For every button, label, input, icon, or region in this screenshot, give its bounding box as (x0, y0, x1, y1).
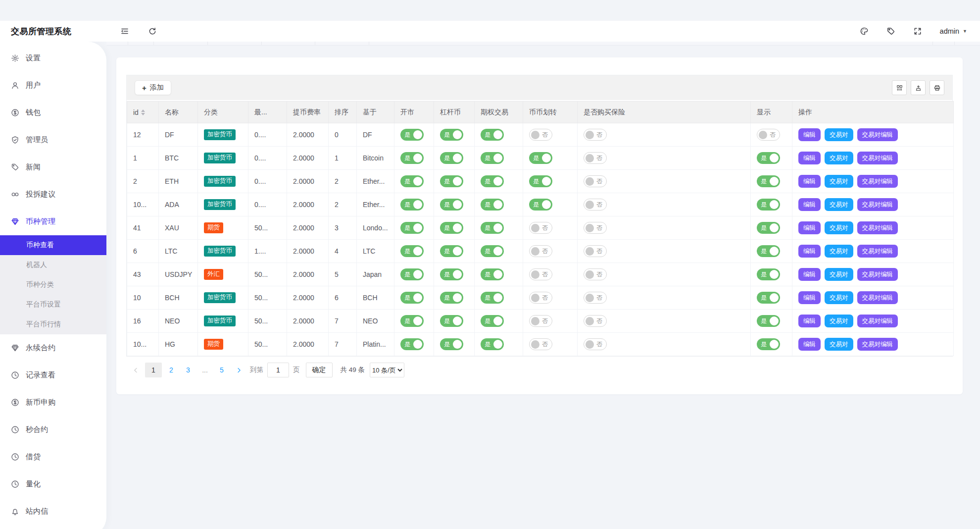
theme-button[interactable] (860, 27, 869, 36)
switch-open[interactable]: 是 (400, 315, 424, 327)
edit-button[interactable]: 编辑 (798, 198, 821, 211)
switch-transfer[interactable]: 否 (529, 129, 552, 141)
pair-button[interactable]: 交易对 (825, 198, 853, 211)
switch-open[interactable]: 是 (400, 268, 424, 280)
switch-insurance[interactable]: 否 (584, 222, 607, 234)
add-button[interactable]: + 添加 (135, 80, 171, 95)
switch-option[interactable]: 是 (481, 175, 504, 187)
sidebar-subitem-platform-coin-market[interactable]: 平台币行情 (0, 315, 106, 334)
pair-edit-button[interactable]: 交易对编辑 (857, 338, 898, 351)
sidebar-item-suggest[interactable]: 投拆建议 (0, 181, 106, 208)
sidebar-item-quant[interactable]: 量化 (0, 471, 106, 498)
switch-option[interactable]: 是 (481, 315, 504, 327)
pair-button[interactable]: 交易对 (825, 291, 853, 304)
switch-transfer[interactable]: 否 (529, 245, 552, 257)
collapse-sidebar-button[interactable] (120, 27, 129, 36)
sidebar-subitem-platform-coin-settings[interactable]: 平台币设置 (0, 295, 106, 315)
sidebar-item-perpetual[interactable]: 永续合约 (0, 334, 106, 362)
edit-button[interactable]: 编辑 (798, 315, 821, 327)
sidebar-item-admins[interactable]: 管理员 (0, 126, 106, 154)
pair-edit-button[interactable]: 交易对编辑 (857, 128, 898, 141)
switch-lever[interactable]: 是 (440, 129, 463, 141)
switch-option[interactable]: 是 (481, 268, 504, 280)
edit-button[interactable]: 编辑 (798, 128, 821, 141)
pair-edit-button[interactable]: 交易对编辑 (857, 291, 898, 304)
switch-option[interactable]: 是 (481, 245, 504, 257)
switch-lever[interactable]: 是 (440, 152, 463, 164)
switch-transfer[interactable]: 否 (529, 338, 552, 350)
switch-display[interactable]: 是 (757, 245, 780, 257)
edit-button[interactable]: 编辑 (798, 221, 821, 234)
pair-edit-button[interactable]: 交易对编辑 (857, 198, 898, 211)
switch-display[interactable]: 是 (757, 199, 780, 211)
switch-open[interactable]: 是 (400, 175, 424, 187)
switch-display[interactable]: 是 (757, 292, 780, 304)
switch-option[interactable]: 是 (481, 338, 504, 350)
edit-button[interactable]: 编辑 (798, 245, 821, 258)
sidebar-item-news[interactable]: 新闻 (0, 154, 106, 181)
switch-open[interactable]: 是 (400, 129, 424, 141)
filter-columns-button[interactable] (892, 80, 907, 95)
pair-edit-button[interactable]: 交易对编辑 (857, 245, 898, 258)
export-button[interactable] (911, 80, 926, 95)
sidebar-item-users[interactable]: 用户 (0, 72, 106, 99)
sidebar-subitem-coin-category[interactable]: 币种分类 (0, 275, 106, 295)
switch-lever[interactable]: 是 (440, 315, 463, 327)
switch-lever[interactable]: 是 (440, 199, 463, 211)
switch-option[interactable]: 是 (481, 292, 504, 304)
switch-transfer[interactable]: 否 (529, 222, 552, 234)
sidebar-item-coins[interactable]: 币种管理 (0, 208, 106, 235)
switch-insurance[interactable]: 否 (584, 292, 607, 304)
switch-open[interactable]: 是 (400, 152, 424, 164)
switch-display[interactable]: 是 (757, 338, 780, 350)
sidebar-item-site-mail[interactable]: 站内信 (0, 498, 106, 525)
pair-button[interactable]: 交易对 (825, 152, 853, 164)
switch-lever[interactable]: 是 (440, 222, 463, 234)
next-page-button[interactable] (231, 363, 246, 377)
pair-button[interactable]: 交易对 (825, 175, 853, 188)
switch-lever[interactable]: 是 (440, 292, 463, 304)
switch-display[interactable]: 是 (757, 175, 780, 187)
switch-insurance[interactable]: 否 (584, 152, 607, 164)
switch-transfer[interactable]: 否 (529, 315, 552, 327)
switch-option[interactable]: 是 (481, 222, 504, 234)
sidebar-item-wallet[interactable]: 钱包 (0, 99, 106, 126)
switch-insurance[interactable]: 否 (584, 268, 607, 280)
switch-transfer[interactable]: 是 (529, 152, 552, 164)
edit-button[interactable]: 编辑 (798, 268, 821, 281)
switch-insurance[interactable]: 否 (584, 315, 607, 327)
switch-insurance[interactable]: 否 (584, 175, 607, 187)
sidebar-subitem-robot[interactable]: 机器人 (0, 255, 106, 275)
sidebar-subitem-coin-view[interactable]: 币种查看 (0, 235, 106, 255)
switch-display[interactable]: 是 (757, 152, 780, 164)
switch-transfer[interactable]: 是 (529, 175, 552, 187)
switch-display[interactable]: 是 (757, 222, 780, 234)
pair-edit-button[interactable]: 交易对编辑 (857, 315, 898, 327)
switch-insurance[interactable]: 否 (584, 338, 607, 350)
pair-button[interactable]: 交易对 (825, 245, 853, 258)
switch-option[interactable]: 是 (481, 152, 504, 164)
tag-button[interactable] (886, 27, 895, 36)
switch-display[interactable]: 是 (757, 315, 780, 327)
edit-button[interactable]: 编辑 (798, 291, 821, 304)
page-button-2[interactable]: 2 (164, 363, 179, 377)
pair-button[interactable]: 交易对 (825, 268, 853, 281)
sidebar-item-loan[interactable]: 借贷 (0, 443, 106, 471)
switch-insurance[interactable]: 否 (584, 199, 607, 211)
sidebar-item-records[interactable]: 记录查看 (0, 362, 106, 389)
pair-edit-button[interactable]: 交易对编辑 (857, 152, 898, 164)
confirm-button[interactable]: 确定 (306, 363, 333, 377)
pair-button[interactable]: 交易对 (825, 315, 853, 327)
switch-open[interactable]: 是 (400, 245, 424, 257)
edit-button[interactable]: 编辑 (798, 152, 821, 164)
switch-transfer[interactable]: 否 (529, 292, 552, 304)
pair-edit-button[interactable]: 交易对编辑 (857, 175, 898, 188)
switch-lever[interactable]: 是 (440, 338, 463, 350)
switch-lever[interactable]: 是 (440, 175, 463, 187)
switch-open[interactable]: 是 (400, 199, 424, 211)
switch-transfer[interactable]: 是 (529, 199, 552, 211)
switch-lever[interactable]: 是 (440, 268, 463, 280)
switch-open[interactable]: 是 (400, 338, 424, 350)
sidebar-item-new-coin[interactable]: 新币申购 (0, 389, 106, 416)
pair-edit-button[interactable]: 交易对编辑 (857, 268, 898, 281)
